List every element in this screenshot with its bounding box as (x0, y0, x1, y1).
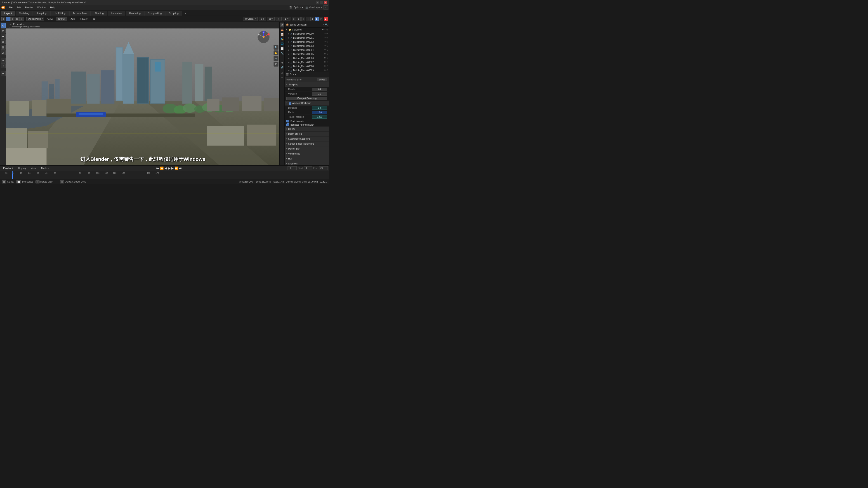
playback-menu[interactable]: Playback (1, 166, 15, 170)
next-frame-button[interactable]: ▶ (171, 166, 174, 170)
select-tool[interactable]: ↖ (1, 23, 6, 28)
world-props-icon[interactable]: 🌐 (280, 41, 284, 46)
gis-menu[interactable]: GIS (91, 17, 99, 21)
outliner-collection[interactable]: ▼ 📁 Collection 👁☉⊞ (285, 28, 329, 32)
camera-icon[interactable]: 📷 (274, 56, 278, 61)
filter-button[interactable]: ≡ (323, 5, 328, 9)
rotate-icon[interactable]: ↺ (20, 17, 24, 21)
output-props-icon[interactable]: 📤 (280, 27, 284, 32)
annotate-tool[interactable]: ✏ (1, 58, 6, 63)
viewport[interactable]: User Perspective (1) Collection | Buildi… (6, 22, 279, 165)
rotate-tool[interactable]: ↺ (1, 39, 6, 44)
gizmo-toggle[interactable]: ⊙ (292, 17, 296, 21)
tab-sculpting[interactable]: Sculpting (33, 11, 50, 15)
scale-tool[interactable]: ⊞ (1, 45, 6, 50)
sampling-section-header[interactable]: ▼ Sampling (285, 82, 329, 87)
outliner-item-1[interactable]: ▶ △ BuildingMesh:00001 👁☉ (285, 36, 329, 40)
constraints-props-icon[interactable]: 🔗 (280, 65, 284, 70)
outliner-item-9[interactable]: ▶ △ BuildingMesh:00009 👁☉ (285, 68, 329, 72)
data-props-icon[interactable]: △ (280, 70, 284, 74)
render-value[interactable]: 64 (312, 88, 327, 91)
measure-tool[interactable]: ⊸ (1, 63, 6, 68)
outliner-item-3[interactable]: ▶ △ BuildingMesh:00003 👁☉ (285, 44, 329, 48)
menu-window[interactable]: Window (35, 6, 48, 9)
transform-tool[interactable]: ⊿ (1, 50, 6, 55)
tab-layout[interactable]: Layout (1, 11, 15, 15)
outliner-filter[interactable]: ≡ (323, 24, 324, 26)
menu-edit[interactable]: Edit (15, 6, 23, 9)
outliner-item-4[interactable]: ▶ △ BuildingMesh:00004 👁☉ (285, 48, 329, 52)
tab-rendering[interactable]: Rendering (126, 11, 144, 15)
outliner-item-0[interactable]: ▶ △ BuildingMesh:00000 👁☉ (285, 32, 329, 36)
tab-scripting[interactable]: Scripting (165, 11, 182, 15)
trace-precision-value[interactable]: 0.250 (312, 115, 327, 119)
subsurface-scattering-section[interactable]: ▶ Subsurface Scattering (285, 136, 329, 141)
tab-compositing[interactable]: Compositing (145, 11, 165, 15)
render-button[interactable]: ▶ (324, 17, 328, 21)
render-engine-value[interactable]: Eevee (317, 78, 327, 81)
view-menu[interactable]: View (46, 17, 55, 21)
tab-modeling[interactable]: Modeling (16, 11, 33, 15)
close-button[interactable]: ✕ (324, 1, 327, 4)
snap-toggle[interactable]: ⊞ ▾ (267, 17, 275, 21)
keying-menu[interactable]: Keying (17, 166, 28, 170)
scene-props-icon[interactable]: 🎭 (280, 37, 284, 41)
scale-icon[interactable]: ⊠ (15, 17, 19, 21)
solid-mode[interactable]: ● (306, 17, 310, 21)
marker-menu[interactable]: Marker (39, 166, 51, 170)
depth-of-field-section[interactable]: ▶ Depth of Field (285, 131, 329, 136)
start-frame-input[interactable] (304, 166, 312, 170)
cursor-icon[interactable]: ⊕ (1, 17, 5, 21)
select-status-btn[interactable]: ⬤ (2, 180, 6, 184)
proportional-edit[interactable]: ◎ (276, 17, 282, 21)
xray-toggle[interactable]: □ (301, 17, 305, 21)
bent-normals-checkbox[interactable] (286, 120, 289, 123)
outliner-item-5[interactable]: ▶ △ BuildingMesh:00005 👁☉ (285, 52, 329, 56)
tab-shading[interactable]: Shading (91, 11, 107, 15)
angle-snap[interactable]: ∠ ▾ (283, 17, 290, 21)
viewport-value[interactable]: 16 (312, 92, 327, 96)
bloom-section-header[interactable]: ▶ Bloom (285, 127, 329, 131)
factor-value[interactable]: 1.00 (312, 111, 327, 114)
particles-props-icon[interactable]: ✦ (280, 56, 284, 60)
rendered-mode[interactable]: ◐ (315, 17, 319, 21)
add-menu[interactable]: Add (69, 17, 77, 21)
ambient-occlusion-checkbox[interactable]: ✓ (289, 102, 291, 105)
ssr-section[interactable]: ▶ Screen Space Reflections (285, 141, 329, 147)
jump-end-button[interactable]: ⏭ (179, 166, 182, 170)
viewport-denoising-btn[interactable]: Viewport Denoising (286, 97, 327, 100)
object-props-icon[interactable]: ⬜ (280, 46, 284, 51)
prev-keyframe-button[interactable]: ⏪ (160, 166, 164, 170)
outliner-item-7[interactable]: ▶ △ BuildingMesh:00007 👁☉ (285, 60, 329, 64)
object-mode-dropdown[interactable]: Object Mode ▾ (26, 17, 44, 21)
motion-blur-section[interactable]: ▶ Motion Blur (285, 147, 329, 151)
next-keyframe-button[interactable]: ⏩ (175, 166, 178, 170)
move-icon[interactable]: ↕ (6, 17, 10, 21)
ambient-occlusion-header[interactable]: ▼ ✓ Ambient Occlusion (285, 101, 329, 106)
view-layer-icon[interactable]: 🪟 (280, 32, 284, 37)
maximize-button[interactable]: □ (320, 1, 323, 4)
physics-props-icon[interactable]: ⚗ (280, 61, 284, 65)
view-menu-tl[interactable]: View (29, 166, 38, 170)
tab-texture-paint[interactable]: Texture Paint (69, 11, 91, 15)
outliner-item-2[interactable]: ▶ △ BuildingMesh:00002 👁☉ (285, 40, 329, 44)
transform-icon[interactable]: ⊞ (10, 17, 14, 21)
shadows-section[interactable]: ▶ Shadows (285, 161, 329, 165)
current-frame-input[interactable] (287, 166, 297, 170)
material-props-icon[interactable]: ● (280, 75, 284, 79)
tab-uv-editing[interactable]: UV Editing (51, 11, 69, 15)
hair-section[interactable]: ▶ Hair (285, 156, 329, 161)
rotate-view-btn[interactable]: ↺ (35, 180, 39, 184)
select-menu[interactable]: Select (56, 17, 67, 21)
wireframe-mode[interactable]: ◻ (319, 17, 323, 21)
bounces-approx-checkbox[interactable] (286, 123, 289, 126)
viewport-gizmo[interactable]: X Y Z (257, 30, 270, 44)
add-workspace-button[interactable]: + (182, 11, 188, 15)
object-menu[interactable]: Object (79, 17, 90, 21)
jump-start-button[interactable]: ⏮ (156, 166, 159, 170)
volumetrics-section[interactable]: ▶ Volumetrics (285, 151, 329, 156)
distance-value[interactable]: 1 m (312, 106, 327, 109)
overlay-toggle[interactable]: ◉ (297, 17, 301, 21)
add-tool[interactable]: + (1, 71, 6, 76)
material-mode[interactable]: ◑ (310, 17, 314, 21)
